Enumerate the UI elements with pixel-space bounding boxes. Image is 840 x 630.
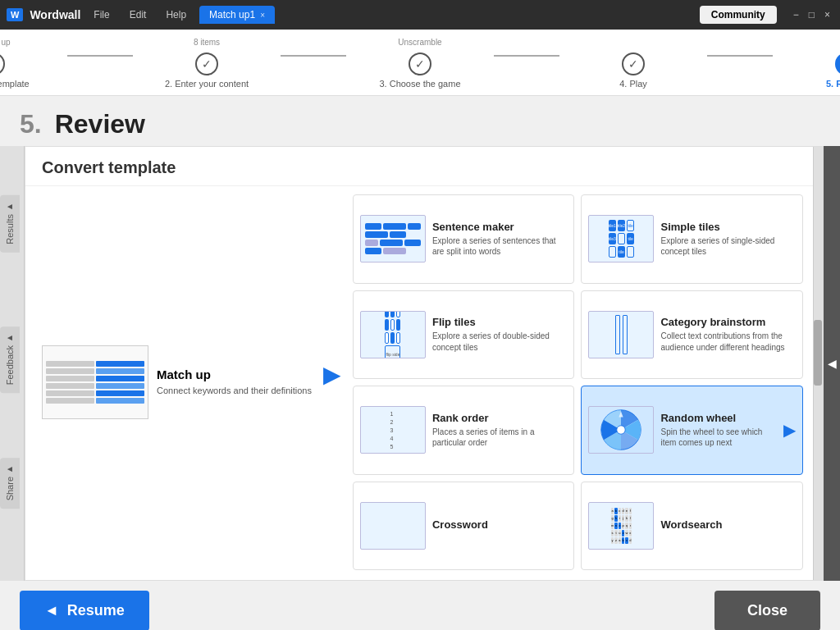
- sidebar-results-tab[interactable]: Results ▶: [0, 195, 20, 253]
- flip-tiles-thumb: flip side: [360, 311, 426, 358]
- random-wheel-thumb: [588, 406, 654, 454]
- app-brand: Wordwall: [30, 8, 80, 21]
- results-label: Results: [5, 214, 15, 244]
- step-pick-label: 1. Pick a template: [0, 79, 30, 89]
- category-brainstorm-desc: Collect text contributions from the audi…: [660, 331, 796, 353]
- connector-4: [707, 55, 773, 57]
- page-header: 5. Review: [0, 96, 840, 146]
- template-card-random-wheel[interactable]: Random wheel Spin the wheel to see which…: [581, 386, 803, 475]
- template-card-flip-tiles[interactable]: flip side Flip tiles Explore a series of…: [353, 290, 575, 380]
- share-label: Share: [5, 477, 15, 500]
- template-card-simple-tiles[interactable]: tile1 tile2 tile tile3 tile tile Simpl: [581, 194, 803, 284]
- step-play-label: 4. Play: [619, 79, 647, 89]
- template-card-wordsearch[interactable]: abcdef ghijkl mnopqr stuvwx yzabcd Words…: [581, 482, 803, 571]
- category-brainstorm-name: Category brainstorm: [660, 316, 796, 328]
- simple-tiles-name: Simple tiles: [660, 221, 796, 233]
- close-window-icon[interactable]: ×: [821, 9, 833, 21]
- community-button[interactable]: Community: [700, 6, 777, 24]
- content-panel: Convert template Match up Connec: [25, 146, 824, 581]
- wizard-step-pick: Match up ✓ 1. Pick a template: [0, 38, 67, 89]
- connector-1: [67, 55, 133, 57]
- active-tab[interactable]: Match up1 ×: [199, 6, 275, 24]
- tab-label: Match up1: [209, 9, 255, 21]
- simple-tiles-thumb: tile1 tile2 tile tile3 tile tile: [588, 215, 654, 262]
- sentence-maker-thumb: [360, 215, 426, 262]
- random-wheel-selected-arrow: ▶: [783, 420, 796, 440]
- step-pick-circle: ✓: [0, 52, 5, 75]
- convert-header: Convert template: [25, 147, 823, 186]
- flip-tiles-name: Flip tiles: [432, 316, 568, 328]
- rank-order-info: Rank order Places a series of items in a…: [432, 412, 568, 449]
- step-play-circle: ✓: [622, 52, 645, 75]
- step-enter-circle: ✓: [195, 52, 218, 75]
- template-card-sentence-maker[interactable]: Sentence maker Explore a series of sente…: [353, 194, 575, 284]
- connector-3: [494, 55, 559, 57]
- flip-tiles-desc: Explore a series of double-sided concept…: [432, 331, 568, 353]
- share-arrow-icon: ▶: [7, 466, 14, 473]
- wizard-steps: Match up ✓ 1. Pick a template 8 items ✓ …: [0, 38, 840, 89]
- resume-label: Resume: [67, 602, 125, 619]
- resume-button[interactable]: ◄ Resume: [20, 591, 149, 630]
- titlebar: W Wordwall File Edit Help Match up1 × Co…: [0, 0, 840, 30]
- step-choose-circle: ✓: [409, 52, 431, 75]
- sentence-maker-name: Sentence maker: [432, 221, 568, 233]
- step-enter-label: 2. Enter your content: [165, 79, 249, 89]
- crossword-name: Crossword: [432, 518, 488, 531]
- wizard-step-choose: Unscramble ✓ 3. Choose the game: [346, 38, 494, 89]
- scrollbar[interactable]: [813, 147, 823, 580]
- simple-tiles-desc: Explore a series of single-sided concept…: [660, 235, 796, 258]
- step-choose-sublabel: Unscramble: [398, 38, 441, 49]
- page-title: 5. Review: [20, 109, 820, 139]
- crossword-thumb: [360, 502, 426, 550]
- sidebar-share-tab[interactable]: Share ▶: [0, 458, 20, 509]
- wizard-step-review: ● 5. Review: [773, 38, 840, 89]
- minimize-icon[interactable]: −: [790, 9, 802, 21]
- app-logo: W: [7, 8, 23, 21]
- feedback-arrow-icon: ▶: [7, 335, 14, 342]
- close-tab-icon[interactable]: ×: [260, 11, 265, 20]
- convert-arrow-icon: ▶: [323, 194, 341, 570]
- current-template-preview: [42, 345, 148, 419]
- wizard-step-play: ✓ 4. Play: [559, 38, 707, 89]
- sidebar-feedback-tab[interactable]: Feedback ▶: [0, 326, 20, 393]
- close-button[interactable]: Close: [714, 591, 820, 630]
- connector-2: [281, 55, 346, 57]
- templates-grid: Sentence maker Explore a series of sente…: [353, 194, 806, 570]
- crossword-info: Crossword: [432, 518, 488, 533]
- page-title-text: Review: [55, 109, 145, 139]
- wordsearch-info: Wordsearch: [660, 518, 722, 533]
- resume-arrow-icon: ◄: [44, 602, 59, 619]
- feedback-label: Feedback: [5, 345, 15, 385]
- random-wheel-name: Random wheel: [660, 412, 777, 424]
- step-review-label: 5. Review: [826, 79, 840, 89]
- menu-file[interactable]: File: [87, 7, 116, 22]
- step-pick-sublabel: Match up: [0, 38, 11, 49]
- wordsearch-name: Wordsearch: [660, 518, 722, 531]
- bottom-bar: ◄ Resume Close: [0, 581, 840, 630]
- rank-order-name: Rank order: [432, 412, 568, 424]
- rank-order-desc: Places a series of items in a particular…: [432, 427, 568, 449]
- menu-help[interactable]: Help: [159, 7, 193, 22]
- template-card-crossword[interactable]: Crossword: [353, 482, 575, 571]
- template-card-rank-order[interactable]: 1 2 3 4 5: [353, 386, 575, 475]
- rank-order-thumb: 1 2 3 4 5: [360, 406, 426, 454]
- category-brainstorm-info: Category brainstorm Collect text contrib…: [660, 316, 796, 353]
- collapse-arrow[interactable]: ◀: [824, 146, 840, 581]
- scrollbar-thumb[interactable]: [814, 320, 822, 386]
- category-brainstorm-thumb: [588, 311, 654, 358]
- flip-tiles-info: Flip tiles Explore a series of double-si…: [432, 316, 568, 353]
- simple-tiles-info: Simple tiles Explore a series of single-…: [660, 221, 796, 258]
- current-template: Match up Connect keywords and their defi…: [42, 194, 312, 570]
- step-enter-sublabel: 8 items: [194, 38, 220, 49]
- page-step-number: 5.: [20, 109, 42, 139]
- wizard-step-enter: 8 items ✓ 2. Enter your content: [133, 38, 281, 89]
- main-area: Results ▶ Feedback ▶ Share ▶ Convert tem…: [0, 146, 840, 581]
- maximize-icon[interactable]: □: [806, 9, 818, 21]
- current-template-info: Match up Connect keywords and their defi…: [157, 368, 312, 397]
- random-wheel-info: Random wheel Spin the wheel to see which…: [660, 412, 777, 449]
- convert-body: Match up Connect keywords and their defi…: [25, 186, 823, 570]
- menu-edit[interactable]: Edit: [123, 7, 153, 22]
- wizard-bar: Match up ✓ 1. Pick a template 8 items ✓ …: [0, 30, 840, 96]
- current-template-name: Match up: [157, 368, 312, 381]
- template-card-category-brainstorm[interactable]: Category brainstorm Collect text contrib…: [581, 290, 803, 380]
